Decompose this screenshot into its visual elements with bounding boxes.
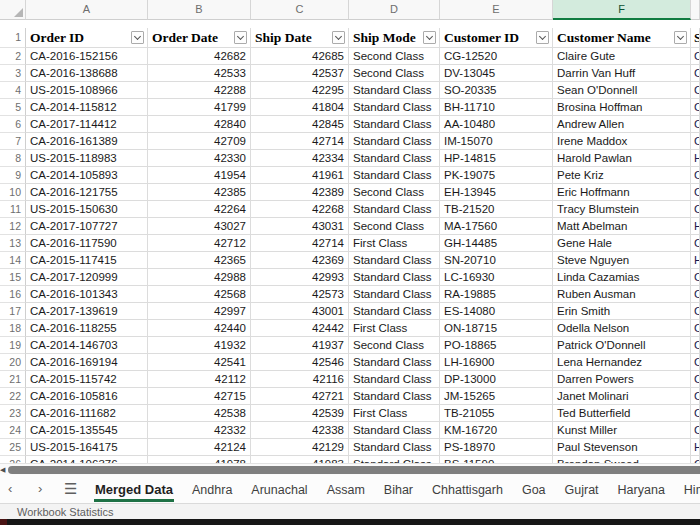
- horizontal-scrollbar[interactable]: ◀: [0, 463, 700, 475]
- cell-customer_id[interactable]: BH-11710: [440, 99, 553, 116]
- cell-order_date[interactable]: 42538: [148, 405, 251, 422]
- cell-order_id[interactable]: CA-2014-106376: [26, 456, 148, 463]
- cell-order_date[interactable]: 42124: [148, 439, 251, 456]
- cell-customer_name[interactable]: Eric Hoffmann: [553, 184, 691, 201]
- cell-order_id[interactable]: CA-2016-118255: [26, 320, 148, 337]
- cell-ship_date[interactable]: 42721: [251, 388, 349, 405]
- cell-order_date[interactable]: 41954: [148, 167, 251, 184]
- cell-customer_name[interactable]: Darren Powers: [553, 371, 691, 388]
- cell-customer_id[interactable]: HP-14815: [440, 150, 553, 167]
- cell-segment[interactable]: Consumer: [691, 354, 700, 371]
- cell-customer_id[interactable]: KM-16720: [440, 422, 553, 439]
- cell-segment[interactable]: Consumer: [691, 99, 700, 116]
- cell-segment[interactable]: Consumer: [691, 371, 700, 388]
- cell-ship_date[interactable]: 42546: [251, 354, 349, 371]
- cell-ship_mode[interactable]: Standard Class: [349, 456, 440, 463]
- cell-ship_date[interactable]: 41983: [251, 456, 349, 463]
- cell-customer_name[interactable]: Odella Nelson: [553, 320, 691, 337]
- cell-customer_name[interactable]: Lena Hernandez: [553, 354, 691, 371]
- cell-order_id[interactable]: CA-2014-105893: [26, 167, 148, 184]
- cell-order_date[interactable]: 42533: [148, 65, 251, 82]
- cell-ship_date[interactable]: 42116: [251, 371, 349, 388]
- cell-ship_date[interactable]: 42268: [251, 201, 349, 218]
- cell-order_id[interactable]: CA-2014-115812: [26, 99, 148, 116]
- cell-customer_id[interactable]: SN-20710: [440, 252, 553, 269]
- cell-order_date[interactable]: 42541: [148, 354, 251, 371]
- filter-button[interactable]: [131, 31, 144, 44]
- cell-customer_id[interactable]: LH-16900: [440, 354, 553, 371]
- cell-customer_name[interactable]: Tracy Blumstein: [553, 201, 691, 218]
- select-all-corner[interactable]: [0, 0, 26, 20]
- cell-order_date[interactable]: 42715: [148, 388, 251, 405]
- cell-ship_date[interactable]: 42539: [251, 405, 349, 422]
- cell-ship_mode[interactable]: First Class: [349, 405, 440, 422]
- cell-segment[interactable]: Corporate: [691, 320, 700, 337]
- cell-customer_id[interactable]: DP-13000: [440, 371, 553, 388]
- cell-customer_id[interactable]: PK-19075: [440, 167, 553, 184]
- cell-ship_mode[interactable]: Second Class: [349, 218, 440, 235]
- cell-ship_date[interactable]: 42573: [251, 286, 349, 303]
- cell-order_date[interactable]: 42988: [148, 269, 251, 286]
- cell-ship_mode[interactable]: Standard Class: [349, 99, 440, 116]
- cell-customer_id[interactable]: DV-13045: [440, 65, 553, 82]
- cell-customer_id[interactable]: MA-17560: [440, 218, 553, 235]
- row-number[interactable]: 8: [0, 150, 26, 167]
- row-number[interactable]: 22: [0, 388, 26, 405]
- cell-ship_mode[interactable]: Standard Class: [349, 303, 440, 320]
- row-number[interactable]: 9: [0, 167, 26, 184]
- cell-ship_mode[interactable]: Standard Class: [349, 286, 440, 303]
- cell-order_id[interactable]: CA-2016-138688: [26, 65, 148, 82]
- cell-customer_name[interactable]: Linda Cazamias: [553, 269, 691, 286]
- column-header-S[interactable]: [691, 0, 700, 20]
- row-number[interactable]: 2: [0, 48, 26, 65]
- row-number[interactable]: 20: [0, 354, 26, 371]
- cell-customer_id[interactable]: GH-14485: [440, 235, 553, 252]
- row-number[interactable]: 23: [0, 405, 26, 422]
- cell-order_date[interactable]: 42385: [148, 184, 251, 201]
- row-number[interactable]: 6: [0, 116, 26, 133]
- cell-ship_mode[interactable]: Standard Class: [349, 133, 440, 150]
- cell-order_id[interactable]: CA-2016-101343: [26, 286, 148, 303]
- row-number[interactable]: 1: [0, 28, 26, 48]
- row-number[interactable]: 13: [0, 235, 26, 252]
- cell-segment[interactable]: Consumer: [691, 133, 700, 150]
- cell-order_date[interactable]: 41932: [148, 337, 251, 354]
- header-cell-ship_mode[interactable]: Ship Mode: [349, 28, 440, 48]
- header-cell-order_id[interactable]: Order ID: [26, 28, 148, 48]
- cell-ship_mode[interactable]: Standard Class: [349, 167, 440, 184]
- cell-order_date[interactable]: 42440: [148, 320, 251, 337]
- cell-ship_mode[interactable]: Standard Class: [349, 422, 440, 439]
- sheet-tab-haryana[interactable]: Haryana: [617, 478, 666, 501]
- row-number[interactable]: 5: [0, 99, 26, 116]
- cell-order_date[interactable]: 42709: [148, 133, 251, 150]
- cell-ship_date[interactable]: 42537: [251, 65, 349, 82]
- cell-order_date[interactable]: 42112: [148, 371, 251, 388]
- cell-segment[interactable]: Corporate: [691, 269, 700, 286]
- cell-order_id[interactable]: CA-2016-161389: [26, 133, 148, 150]
- cell-ship_date[interactable]: 42129: [251, 439, 349, 456]
- left-arrow-icon[interactable]: ◀: [0, 466, 5, 474]
- cell-customer_id[interactable]: SO-20335: [440, 82, 553, 99]
- cell-ship_mode[interactable]: First Class: [349, 320, 440, 337]
- sheet-tab-assam[interactable]: Assam: [326, 478, 366, 501]
- cell-ship_date[interactable]: 42369: [251, 252, 349, 269]
- cell-ship_mode[interactable]: Second Class: [349, 184, 440, 201]
- cell-customer_id[interactable]: CG-12520: [440, 48, 553, 65]
- filter-button[interactable]: [332, 31, 345, 44]
- cell-customer_id[interactable]: BS-11590: [440, 456, 553, 463]
- filter-button[interactable]: [423, 31, 436, 44]
- cell-ship_mode[interactable]: Standard Class: [349, 269, 440, 286]
- column-header-D[interactable]: D: [349, 0, 440, 20]
- cell-ship_mode[interactable]: First Class: [349, 235, 440, 252]
- cell-ship_mode[interactable]: Standard Class: [349, 388, 440, 405]
- cell-customer_id[interactable]: ON-18715: [440, 320, 553, 337]
- cell-customer_id[interactable]: PO-18865: [440, 337, 553, 354]
- cell-order_id[interactable]: CA-2017-139619: [26, 303, 148, 320]
- cell-customer_name[interactable]: Kunst Miller: [553, 422, 691, 439]
- cell-segment[interactable]: Home Office: [691, 252, 700, 269]
- cell-segment[interactable]: Corporate: [691, 388, 700, 405]
- cell-segment[interactable]: Consumer: [691, 82, 700, 99]
- column-header-C[interactable]: C: [251, 0, 349, 20]
- row-number[interactable]: 4: [0, 82, 26, 99]
- cell-segment[interactable]: Consumer: [691, 405, 700, 422]
